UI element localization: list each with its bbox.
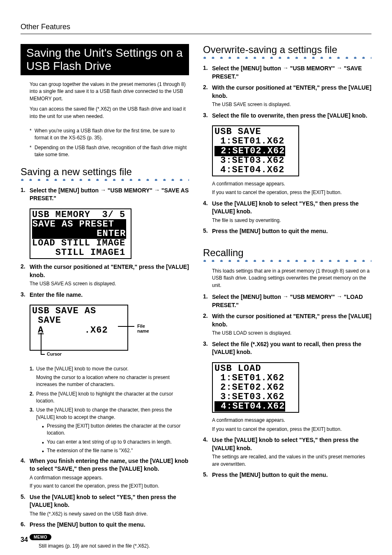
subsection-title: Overwrite-saving a settings file bbox=[203, 44, 371, 56]
note-item: When you're using a USB flash drive for … bbox=[30, 127, 189, 142]
substep: Use the [VALUE] knob to change the chara… bbox=[30, 407, 189, 454]
step: 1. Select the [MENU] button → "USB MEMOR… bbox=[203, 65, 371, 81]
step-number: 1. bbox=[203, 65, 212, 81]
step-number: 4. bbox=[21, 457, 30, 490]
lcd-display: USB SAVE AS SAVE A .X62 bbox=[30, 305, 128, 351]
dotted-rule: ● ● ● ● ● ● ● ● ● ● ● ● ● ● ● ● ● ● ● ● … bbox=[203, 56, 371, 59]
step: 6. Press the [MENU] button to quit the m… bbox=[21, 521, 189, 529]
step-text: With the cursor positioned at "ENTER," p… bbox=[212, 84, 371, 100]
step-number: 1. bbox=[203, 293, 212, 309]
step: 2. With the cursor positioned at "ENTER,… bbox=[203, 84, 371, 109]
bullet-item: You can enter a text string of up to 9 c… bbox=[42, 439, 189, 446]
step-subtext: The file (*.X62) is newly saved on the U… bbox=[30, 511, 189, 518]
callout-label: File name bbox=[137, 324, 149, 333]
step-text: Use the [VALUE] knob to select "YES," th… bbox=[30, 493, 189, 509]
step-subtext: The file is saved by overwriting. bbox=[212, 217, 371, 224]
right-column: Overwrite-saving a settings file ● ● ● ●… bbox=[203, 44, 371, 550]
left-column: Saving the Unit's Settings on a USB Flas… bbox=[21, 44, 189, 550]
substep: Press the [VALUE] knob to highlight the … bbox=[30, 391, 189, 405]
lcd-display: USB MEMORY 3/ 5 SAVE AS PRESET ENTER LOA… bbox=[30, 208, 131, 259]
step: 4. When you finish entering the name, us… bbox=[21, 457, 189, 490]
subsection-title: Saving a new settings file bbox=[21, 166, 189, 178]
step: 3. Enter the file name. bbox=[21, 291, 189, 299]
step: 5. Press the [MENU] button to quit the m… bbox=[203, 471, 371, 479]
lcd-display: USB SAVE 1:SET01.X62 2:SET02.X62 3:SET03… bbox=[212, 125, 299, 176]
step-subtext: If you want to cancel the operation, pre… bbox=[203, 189, 371, 196]
intro-paragraph: This loads settings that are in a preset… bbox=[203, 268, 371, 289]
step-text: Select the file to overwrite, then press… bbox=[212, 112, 371, 120]
note-item: Depending on the USB flash drive, recogn… bbox=[30, 144, 189, 159]
intro-paragraph: You can group together the values in the… bbox=[30, 81, 189, 102]
note-list: When you're using a USB flash drive for … bbox=[21, 127, 189, 159]
step: 4. Use the [VALUE] knob to select "YES,"… bbox=[203, 436, 371, 468]
subsection-title: Recalling bbox=[203, 247, 371, 259]
step-subtext: If you want to cancel the operation, pre… bbox=[30, 483, 189, 490]
step: 1. Select the [MENU] button → "USB MEMOR… bbox=[21, 187, 189, 203]
step: 3. Select the file (*.X62) you want to r… bbox=[203, 340, 371, 356]
step-text: Select the [MENU] button → "USB MEMORY" … bbox=[212, 65, 371, 81]
step-number: 6. bbox=[21, 521, 30, 529]
step-number: 2. bbox=[21, 263, 30, 288]
main-title: Saving the Unit's Settings on a USB Flas… bbox=[21, 44, 189, 75]
subsection-heading: Overwrite-saving a settings file ● ● ● ●… bbox=[203, 44, 371, 59]
memo-badge: MEMO bbox=[30, 534, 51, 540]
step: 1. Select the [MENU] button → "USB MEMOR… bbox=[203, 293, 371, 309]
step-text: With the cursor positioned at "ENTER," p… bbox=[212, 312, 371, 328]
step-subtext: The USB SAVE screen is displayed. bbox=[212, 101, 371, 108]
step-subtext: A confirmation message appears. bbox=[30, 474, 189, 481]
step-number: 1. bbox=[21, 187, 30, 203]
subsection-heading: Saving a new settings file ● ● ● ● ● ● ●… bbox=[21, 166, 189, 181]
step-text: Select the [MENU] button → "USB MEMORY" … bbox=[212, 293, 371, 309]
step-subtext: A confirmation message appears. bbox=[203, 180, 371, 187]
step-number: 5. bbox=[203, 227, 212, 236]
step-text: With the cursor positioned at "ENTER," p… bbox=[30, 263, 189, 279]
step: 5. Use the [VALUE] knob to select "YES,"… bbox=[21, 493, 189, 518]
step-text: Press the [MENU] button to quit the menu… bbox=[212, 227, 371, 236]
step-subtext: If you want to cancel the operation, pre… bbox=[203, 426, 371, 433]
step-number: 2. bbox=[203, 312, 212, 337]
memo-text: Still images (p. 19) are not saved in th… bbox=[21, 543, 189, 550]
intro-block: You can group together the values in the… bbox=[21, 81, 189, 120]
step-text: When you finish entering the name, use t… bbox=[30, 457, 189, 473]
step-text: Enter the file name. bbox=[30, 291, 189, 299]
header-section-label: Other Features bbox=[21, 23, 70, 31]
step-text: Press the [MENU] button to quit the menu… bbox=[30, 521, 189, 529]
step-subtext: The settings are recalled, and the value… bbox=[212, 453, 371, 468]
step-number: 5. bbox=[21, 493, 30, 518]
lcd-display: USB LOAD 1:SET01.X62 2:SET02.X62 3:SET03… bbox=[212, 362, 299, 413]
dotted-rule: ● ● ● ● ● ● ● ● ● ● ● ● ● ● ● ● ● ● ● ● … bbox=[203, 259, 371, 262]
step-text: Select the file (*.X62) you want to reca… bbox=[212, 340, 371, 356]
step-text: Use the [VALUE] knob to select "YES," th… bbox=[212, 436, 371, 452]
step: 2. With the cursor positioned at "ENTER,… bbox=[21, 263, 189, 288]
step: 5. Press the [MENU] button to quit the m… bbox=[203, 227, 371, 236]
step-subtext: The USB LOAD screen is displayed. bbox=[212, 330, 371, 337]
dotted-rule: ● ● ● ● ● ● ● ● ● ● ● ● ● ● ● ● ● ● ● ● … bbox=[21, 178, 189, 181]
bullet-item: The extension of the file name is "X62." bbox=[42, 447, 189, 454]
step-number: 5. bbox=[203, 471, 212, 479]
step-number: 4. bbox=[203, 436, 212, 468]
step: 2. With the cursor positioned at "ENTER,… bbox=[203, 312, 371, 337]
intro-paragraph: You can access the saved file (*.X62) on… bbox=[30, 106, 189, 120]
step-number: 3. bbox=[203, 340, 212, 356]
step-subtext: The USB SAVE AS screen is displayed. bbox=[30, 280, 189, 287]
subsection-heading: Recalling ● ● ● ● ● ● ● ● ● ● ● ● ● ● ● … bbox=[203, 247, 371, 262]
step-text: Select the [MENU] button → "USB MEMORY" … bbox=[30, 187, 189, 203]
page-number: 34 bbox=[21, 536, 28, 543]
step-number: 3. bbox=[21, 291, 30, 299]
step-number: 2. bbox=[203, 84, 212, 109]
step-text: Press the [MENU] button to quit the menu… bbox=[212, 471, 371, 479]
substep-list: Use the [VALUE] knob to move the cursor.… bbox=[21, 365, 189, 454]
step-number: 3. bbox=[203, 112, 212, 120]
step-number: 4. bbox=[203, 200, 212, 224]
page-header: Other Features bbox=[21, 23, 371, 34]
step: 4. Use the [VALUE] knob to select "YES,"… bbox=[203, 200, 371, 224]
step: 3. Select the file to overwrite, then pr… bbox=[203, 112, 371, 120]
step-text: Use the [VALUE] knob to select "YES," th… bbox=[212, 200, 371, 216]
callout-label: Cursor bbox=[47, 352, 62, 356]
bullet-item: Pressing the [EXIT] button deletes the c… bbox=[42, 423, 189, 437]
step-subtext: A confirmation message appears. bbox=[203, 417, 371, 424]
substep: Use the [VALUE] knob to move the cursor.… bbox=[30, 365, 189, 388]
